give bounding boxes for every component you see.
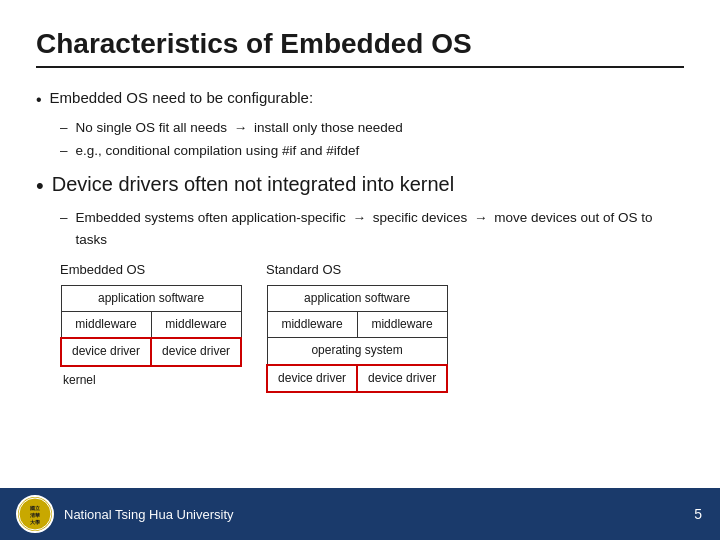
content-area: • Embedded OS need to be configurable: N… — [36, 86, 684, 393]
table-row: middleware middleware — [267, 312, 447, 338]
middleware-right-cell-std: middleware — [357, 312, 447, 338]
diagrams-row: Embedded OS application software middlew… — [60, 260, 684, 393]
svg-text:國立: 國立 — [30, 505, 40, 511]
bullet-2: • Device drivers often not integrated in… — [36, 168, 684, 203]
bullet-text-2: Device drivers often not integrated into… — [52, 168, 454, 200]
table-row: device driver device driver — [61, 338, 241, 365]
sub-bullet-text-1-2: e.g., conditional compilation using #if … — [76, 140, 360, 162]
bullet-symbol-2: • — [36, 168, 44, 203]
bullet-symbol-1: • — [36, 87, 42, 113]
table-row: middleware middleware — [61, 312, 241, 339]
sub-bullet-2-1: Embedded systems often application-speci… — [60, 207, 684, 250]
standard-os-table: application software middleware middlewa… — [266, 285, 448, 393]
device-driver-left-cell: device driver — [61, 338, 151, 365]
sub-bullet-1-1: No single OS fit all needs → install onl… — [60, 117, 684, 139]
sub-bullet-1-2: e.g., conditional compilation using #if … — [60, 140, 684, 162]
logo-svg: 國立 清華 大學 — [18, 497, 52, 531]
table-row: application software — [61, 285, 241, 311]
embedded-os-diagram: Embedded OS application software middlew… — [60, 260, 242, 393]
sub-bullets-1: No single OS fit all needs → install onl… — [60, 117, 684, 162]
university-name: National Tsing Hua University — [64, 507, 234, 522]
device-driver-right-cell-std: device driver — [357, 365, 447, 392]
footer: 國立 清華 大學 National Tsing Hua University 5 — [0, 488, 720, 540]
device-driver-right-cell: device driver — [151, 338, 241, 365]
standard-os-label: Standard OS — [266, 260, 448, 281]
sub-bullet-text-2-1: Embedded systems often application-speci… — [76, 207, 684, 250]
middleware-left-cell: middleware — [61, 312, 151, 339]
kernel-cell: kernel — [61, 366, 241, 393]
standard-os-diagram: Standard OS application software middlew… — [266, 260, 448, 393]
svg-text:清華: 清華 — [30, 512, 40, 518]
sub-bullets-2: Embedded systems often application-speci… — [60, 207, 684, 250]
table-row: device driver device driver — [267, 365, 447, 392]
app-software-cell: application software — [61, 285, 241, 311]
slide: Characteristics of Embedded OS • Embedde… — [0, 0, 720, 540]
app-software-cell-std: application software — [267, 285, 447, 311]
table-row: operating system — [267, 338, 447, 365]
svg-text:大學: 大學 — [29, 519, 40, 525]
page-number: 5 — [694, 506, 702, 522]
middleware-right-cell: middleware — [151, 312, 241, 339]
table-row: kernel — [61, 366, 241, 393]
bullet-text-1: Embedded OS need to be configurable: — [50, 86, 314, 110]
bullet-1: • Embedded OS need to be configurable: — [36, 86, 684, 113]
sub-bullet-text-1-1: No single OS fit all needs → install onl… — [76, 117, 403, 139]
embedded-os-table: application software middleware middlewa… — [60, 285, 242, 393]
slide-title: Characteristics of Embedded OS — [36, 28, 684, 68]
university-logo: 國立 清華 大學 — [16, 495, 54, 533]
device-driver-left-cell-std: device driver — [267, 365, 357, 392]
middleware-left-cell-std: middleware — [267, 312, 357, 338]
table-row: application software — [267, 285, 447, 311]
embedded-os-label: Embedded OS — [60, 260, 242, 281]
os-cell-std: operating system — [267, 338, 447, 365]
